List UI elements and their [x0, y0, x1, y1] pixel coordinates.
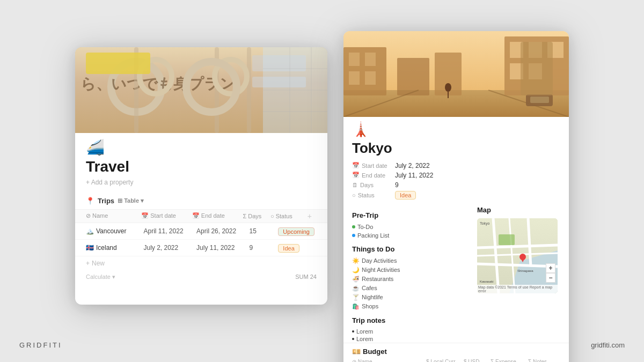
night-label: Night Activities: [362, 267, 400, 273]
map-title: Map: [477, 206, 560, 214]
status-label: ○ Status: [352, 192, 395, 198]
trips-icon: 📍: [86, 197, 94, 205]
col-end-header: 📅 End date: [192, 212, 243, 220]
day-label: Day Activities: [362, 257, 397, 264]
days-icon: 🗓: [352, 182, 358, 188]
tokyo-hero-image: [343, 31, 569, 117]
start-date-label-text: Start date: [362, 162, 387, 169]
svg-text:Tokyo: Tokyo: [480, 221, 489, 226]
vancouver-end-cell: April 26, 2022: [196, 227, 250, 235]
nightlife-item: 🍸 Nightlife: [352, 293, 469, 302]
new-row-label: New: [92, 260, 105, 267]
note-bullet-1: [352, 330, 354, 333]
note-bullet-2: [352, 338, 354, 340]
add-property-button[interactable]: + Add a property: [75, 179, 327, 193]
budget-label: Budget: [363, 348, 387, 356]
shops-label: Shops: [362, 303, 378, 309]
end-date-label-text: End date: [362, 172, 385, 179]
nightlife-label: Nightlife: [362, 294, 383, 300]
tokyo-properties: 📅 Start date July 2, 2022 📅 End date Jul…: [343, 161, 569, 206]
travel-hero-image: ら、いつでも身プラン: [75, 47, 327, 133]
status-icon: ○: [352, 192, 356, 198]
cafes-icon: ☕: [352, 285, 360, 292]
tokyo-card: 🗼 Tokyo 📅 Start date July 2, 2022 📅 End …: [343, 31, 569, 363]
shops-icon: 🛍️: [352, 303, 360, 310]
calculate-row: Calculate ▾ SUM 24: [75, 270, 327, 284]
days-value: 9: [395, 181, 399, 189]
iceland-start-cell: July 2, 2022: [144, 244, 197, 252]
plus-icon: +: [86, 260, 90, 267]
status-prop: ○ Status Idea: [352, 190, 560, 201]
trips-label: Trips: [98, 197, 114, 205]
svg-rect-23: [529, 42, 542, 58]
tokyo-left-column: Pre-Trip To-Do Packing List Things to Do…: [352, 206, 469, 343]
col-name-header: ⊘ Name: [86, 212, 141, 220]
svg-rect-17: [349, 53, 360, 66]
tokyo-main-content: Pre-Trip To-Do Packing List Things to Do…: [343, 206, 569, 343]
note-item-1: Lorem: [352, 328, 469, 335]
budget-emoji: 💴: [352, 348, 361, 356]
svg-rect-5: [86, 53, 150, 74]
budget-section: 💴 Budget ⊘ Name $ Local Curr... $ USD Σ …: [343, 343, 569, 363]
end-date-prop: 📅 End date July 11, 2022: [352, 171, 560, 180]
new-row-button[interactable]: + New: [75, 256, 327, 270]
trips-section-header: 📍 Trips ⊞ Table ▾: [75, 193, 327, 209]
cafes-label: Cafes: [362, 285, 377, 291]
zoom-in-button[interactable]: +: [546, 263, 555, 273]
budget-col-name: ⊘ Name: [352, 359, 426, 363]
upcoming-badge: Upcoming: [278, 227, 314, 236]
vancouver-days-cell: 15: [250, 227, 279, 235]
days-label-text: Days: [360, 182, 374, 188]
iceland-flag: 🇮🇸: [86, 244, 94, 252]
svg-rect-43: [499, 234, 515, 245]
budget-table-header: ⊘ Name $ Local Curr... $ USD Σ Expense Σ…: [352, 359, 560, 363]
day-icon: ☀️: [352, 257, 360, 264]
iceland-status-cell: Idea: [278, 243, 317, 253]
vancouver-status-cell: Upcoming: [278, 226, 317, 236]
svg-point-31: [445, 83, 451, 92]
map-footer: Map data ©2021 Terms of use Report a map…: [477, 285, 558, 293]
end-date-value: July 11, 2022: [395, 172, 433, 179]
status-value: Idea: [395, 191, 416, 200]
table-view-toggle[interactable]: ⊞ Table ▾: [118, 197, 144, 204]
shops-item: 🛍️ Shops: [352, 302, 469, 311]
end-date-label: 📅 End date: [352, 172, 395, 179]
tokyo-title: Tokyo: [343, 140, 569, 161]
iceland-days-cell: 9: [250, 244, 279, 252]
green-bullet: [352, 225, 355, 228]
zoom-out-button[interactable]: −: [546, 273, 555, 283]
svg-rect-24: [547, 42, 564, 58]
table-header: ⊘ Name 📅 Start date 📅 End date Σ Days ○ …: [75, 209, 327, 223]
travel-title: Travel: [75, 158, 327, 179]
blue-bullet: [352, 234, 355, 237]
budget-col-local: $ Local Curr...: [426, 359, 464, 363]
svg-text:Kawasaki: Kawasaki: [480, 280, 494, 283]
col-add-header[interactable]: +: [308, 212, 317, 220]
trip-notes-title: Trip notes: [352, 316, 469, 324]
restaurants-label: Restaurants: [362, 276, 393, 282]
map-column: Map: [477, 206, 560, 343]
calculate-button[interactable]: Calculate ▾: [86, 274, 115, 280]
table-row[interactable]: 🏔️ Vancouver April 11, 2022 April 26, 20…: [75, 223, 327, 240]
start-date-prop: 📅 Start date July 2, 2022: [352, 161, 560, 171]
col-start-header: 📅 Start date: [141, 212, 192, 220]
watermark-left: GRIDFITI: [19, 341, 62, 349]
svg-point-4: [215, 60, 247, 94]
day-activities-item: ☀️ Day Activities: [352, 256, 469, 265]
calendar-icon-2: 📅: [352, 172, 360, 179]
budget-col-notes: Σ Notes: [528, 359, 560, 363]
days-prop: 🗓 Days 9: [352, 180, 560, 190]
svg-rect-1: [247, 47, 251, 133]
vancouver-name-cell: 🏔️ Vancouver: [86, 227, 144, 235]
table-row[interactable]: 🇮🇸 Iceland July 2, 2022 July 11, 2022 9 …: [75, 240, 327, 256]
svg-rect-25: [510, 63, 523, 79]
pretrip-title: Pre-Trip: [352, 211, 469, 219]
cafes-item: ☕ Cafes: [352, 284, 469, 293]
svg-rect-26: [529, 63, 542, 79]
todo-item: To-Do: [352, 223, 469, 231]
packing-label: Packing List: [357, 232, 389, 239]
col-status-header: ○ Status: [270, 212, 308, 220]
start-date-label: 📅 Start date: [352, 162, 395, 169]
night-activities-item: 🌙 Night Activities: [352, 265, 469, 275]
map-controls: + −: [546, 263, 555, 283]
